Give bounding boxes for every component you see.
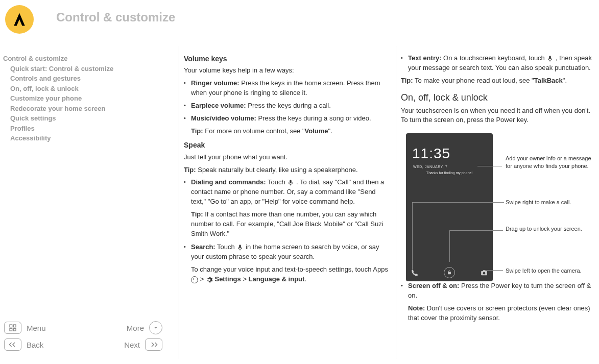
sidebar-item[interactable]: Accessibility xyxy=(3,133,141,143)
on-off-heading: On, off, lock & unlock xyxy=(401,91,597,104)
speak-tip: Tip: Speak naturally but clearly, like u… xyxy=(184,165,391,175)
svg-rect-6 xyxy=(13,328,16,331)
sidebar-item[interactable]: On, off, lock & unlock xyxy=(3,84,141,94)
svg-rect-4 xyxy=(13,325,16,327)
annotation-swipe-left: Swipe left to open the camera. xyxy=(506,267,597,274)
back-button[interactable] xyxy=(4,338,21,351)
back-label: Back xyxy=(27,341,124,349)
lockscreen-time: 11:35 xyxy=(406,133,493,164)
more-label: More xyxy=(127,324,144,332)
earpiece-volume-item: Earpiece volume: Press the keys during a… xyxy=(191,101,391,111)
microphone-icon xyxy=(287,179,294,186)
speak-intro: Just tell your phone what you want. xyxy=(184,153,391,162)
more-button[interactable] xyxy=(149,321,162,334)
sidebar-item[interactable]: Customize your phone xyxy=(3,93,141,104)
next-button[interactable] xyxy=(145,338,162,351)
page-nav: Menu More Back Next xyxy=(4,321,167,355)
svg-rect-3 xyxy=(10,325,12,327)
sidebar-nav: Control & customize Quick start: Control… xyxy=(3,54,141,143)
sidebar-item[interactable]: Profiles xyxy=(3,124,141,134)
divider xyxy=(179,46,179,359)
menu-button[interactable] xyxy=(4,322,21,334)
sidebar-item[interactable]: Quick settings xyxy=(3,113,141,124)
next-label: Next xyxy=(124,341,140,349)
microphone-icon xyxy=(236,244,244,251)
music-volume-item: Music/video volume: Press the keys durin… xyxy=(191,114,391,124)
svg-rect-5 xyxy=(10,328,12,331)
speak-heading: Speak xyxy=(184,140,391,150)
text-entry-item: Text entry: On a touchscreen keyboard, t… xyxy=(408,54,597,73)
screen-off-on-item: Screen off & on: Press the Power key to … xyxy=(408,281,597,301)
search-item: Search: Touch in the home screen to sear… xyxy=(191,242,391,262)
sidebar-item[interactable]: Controls and gestures xyxy=(3,74,141,84)
proximity-note: Note: Don't use covers or screen protect… xyxy=(408,304,597,323)
menu-label: Menu xyxy=(27,324,127,332)
content-column-2: • Text entry: On a touchscreen keyboard,… xyxy=(401,54,597,327)
apps-icon: ⋮⋮ xyxy=(191,276,198,283)
dialing-commands-item: Dialing and commands: Touch . To dial, s… xyxy=(191,178,391,207)
page-title: Control & customize xyxy=(56,10,175,25)
divider xyxy=(396,46,396,359)
gear-icon xyxy=(206,276,213,283)
lockscreen-owner-msg: Thanks for finding my phone! xyxy=(406,171,493,176)
on-off-intro: Your touchscreen is on when you need it … xyxy=(401,106,597,126)
dialing-tip: Tip: If a contact has more than one numb… xyxy=(191,210,391,239)
sidebar-item[interactable]: Redecorate your home screen xyxy=(3,104,141,114)
change-voice-settings: To change your voice input and text-to-s… xyxy=(191,265,391,284)
brand-logo xyxy=(5,5,34,34)
microphone-icon xyxy=(546,55,554,62)
volume-tip: Tip: For more on volume control, see "Vo… xyxy=(191,127,391,136)
annotation-swipe-right: Swipe right to make a call. xyxy=(506,199,597,206)
volume-intro: Your volume keys help in a few ways: xyxy=(184,66,391,76)
lockscreen-date: WED, JANUARY, 7 xyxy=(406,164,493,169)
content-column-1: Volume keys Your volume keys help in a f… xyxy=(184,54,391,288)
phone-icon xyxy=(411,269,418,276)
annotation-owner-info: Add your owner info or a message for any… xyxy=(506,155,597,169)
sidebar-item[interactable]: Quick start: Control & customize xyxy=(3,64,141,74)
volume-keys-heading: Volume keys xyxy=(184,54,391,64)
sidebar-top[interactable]: Control & customize xyxy=(3,54,141,64)
readout-tip: Tip: To make your phone read out loud, s… xyxy=(401,76,597,86)
annotation-drag-up: Drag up to unlock your screen. xyxy=(506,225,597,232)
ringer-volume-item: Ringer volume: Press the keys in the hom… xyxy=(191,79,391,98)
